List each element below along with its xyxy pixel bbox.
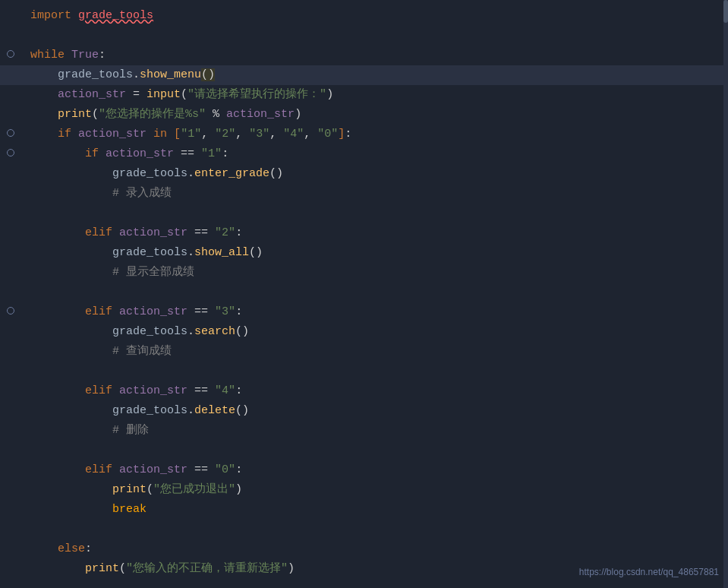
- line-content-25: print("您已成功退出"): [21, 480, 728, 500]
- dot-1: .: [133, 68, 140, 81]
- func-print-1: print: [58, 108, 92, 121]
- line-content-8: if action_str == "1":: [21, 144, 728, 164]
- gutter-7: [0, 129, 21, 137]
- paren-7: (): [249, 246, 263, 259]
- code-line-23: [0, 441, 728, 460]
- paren-3: ): [326, 88, 333, 101]
- line-content-2: [21, 26, 728, 46]
- str-exit: "您已成功退出": [153, 483, 235, 496]
- op-eqeq-4: ==: [194, 384, 208, 397]
- code-line-11: [0, 204, 728, 223]
- code-line-20: elif action_str == "4":: [0, 381, 728, 401]
- line-content-5: action_str = input("请选择希望执行的操作："): [21, 85, 728, 105]
- var-action-str-6: action_str: [119, 305, 188, 318]
- code-line-6: print("您选择的操作是%s" % action_str): [0, 105, 728, 125]
- comment-enter-grade: # 录入成绩: [112, 187, 172, 200]
- code-line-27: [0, 520, 728, 539]
- kw-elif-4: elif: [85, 463, 112, 476]
- line-content-9: grade_tools.enter_grade(): [21, 164, 728, 184]
- colon-24: :: [235, 463, 242, 476]
- kw-if-2: if: [85, 147, 99, 160]
- var-action-str: action_str: [58, 88, 126, 101]
- code-line-26: break: [0, 500, 728, 520]
- op-eqeq-2: ==: [194, 226, 208, 239]
- colon-16: :: [235, 305, 242, 318]
- line-content-14: # 显示全部成绩: [21, 263, 728, 283]
- kw-elif-3: elif: [85, 384, 112, 397]
- str-2: "2": [215, 128, 235, 141]
- kw-else: else: [58, 542, 85, 555]
- str-4: "4": [283, 128, 304, 141]
- var-action-str-8: action_str: [119, 463, 188, 476]
- module-name: grade_tools: [78, 9, 153, 22]
- scrollbar[interactable]: [723, 0, 728, 588]
- dot-3: .: [188, 246, 194, 259]
- op-percent: %: [213, 108, 219, 121]
- code-line-22: # 删除: [0, 421, 728, 441]
- paren-5: ): [295, 108, 301, 121]
- str-3: "3": [249, 128, 269, 141]
- bracket-open-1: [: [174, 128, 181, 141]
- watermark: https://blog.csdn.net/qq_48657881: [579, 562, 719, 582]
- colon-3: :: [99, 49, 106, 62]
- func-delete: delete: [194, 404, 235, 417]
- gutter-16: [0, 307, 21, 315]
- str-cmp-0: "0": [215, 463, 235, 476]
- line-content-21: grade_tools.delete(): [21, 401, 728, 421]
- breakpoint-16: [7, 307, 14, 315]
- line-content-16: elif action_str == "3":: [21, 302, 728, 322]
- line-content-22: # 删除: [21, 421, 728, 441]
- func-show-menu: show_menu: [140, 68, 201, 81]
- obj-grade-tools-5: grade_tools: [112, 404, 188, 417]
- paren-13: ): [288, 562, 295, 575]
- code-line-17: grade_tools.search(): [0, 322, 728, 342]
- func-print-3: print: [85, 562, 119, 575]
- code-line-9: grade_tools.enter_grade(): [0, 164, 728, 184]
- code-line-16: elif action_str == "3":: [0, 302, 728, 322]
- kw-elif-2: elif: [85, 305, 112, 318]
- paren-11: ): [235, 483, 242, 496]
- code-line-15: [0, 283, 728, 302]
- dot-4: .: [188, 325, 194, 338]
- str-0: "0": [317, 128, 338, 141]
- colon-8: :: [222, 147, 228, 160]
- op-eqeq-1: ==: [181, 147, 194, 160]
- paren-open-1: (: [201, 68, 208, 81]
- comma-1: ,: [201, 128, 208, 141]
- code-line-28: else:: [0, 539, 728, 559]
- comment-delete: # 删除: [112, 424, 149, 437]
- code-line-14: # 显示全部成绩: [0, 263, 728, 283]
- colon-20: :: [235, 384, 242, 397]
- scrollbar-thumb[interactable]: [723, 0, 728, 23]
- str-1: "1": [181, 128, 201, 141]
- line-content-6: print("您选择的操作是%s" % action_str): [21, 105, 728, 125]
- comment-search: # 查询成绩: [112, 345, 172, 358]
- op-eqeq-3: ==: [194, 305, 208, 318]
- line-content-11: [21, 204, 728, 223]
- str-cmp-4: "4": [215, 384, 235, 397]
- line-content-19: [21, 362, 728, 381]
- var-action-str-4: action_str: [106, 147, 174, 160]
- comma-3: ,: [269, 128, 276, 141]
- code-line-5: action_str = input("请选择希望执行的操作："): [0, 85, 728, 105]
- keyword-import: import: [30, 9, 71, 22]
- kw-in: in: [153, 128, 167, 141]
- line-content-7: if action_str in ["1", "2", "3", "4", "0…: [21, 125, 728, 144]
- code-line-24: elif action_str == "0":: [0, 460, 728, 480]
- line-content-1: import grade_tools: [21, 6, 728, 26]
- colon-28: :: [85, 542, 92, 555]
- paren-6: (): [269, 167, 283, 180]
- dot-2: .: [188, 167, 194, 180]
- op-eq: =: [133, 88, 140, 101]
- paren-8: (): [235, 325, 249, 338]
- kw-while: while: [30, 49, 65, 62]
- op-eqeq-5: ==: [194, 463, 208, 476]
- paren-12: (: [119, 562, 126, 575]
- code-line-13: grade_tools.show_all(): [0, 243, 728, 263]
- code-line-25: print("您已成功退出"): [0, 480, 728, 500]
- line-content-26: break: [21, 500, 728, 520]
- paren-4: (: [92, 108, 99, 121]
- obj-grade-tools-1: grade_tools: [58, 68, 133, 81]
- gutter-8: [0, 149, 21, 156]
- dot-5: .: [188, 404, 194, 417]
